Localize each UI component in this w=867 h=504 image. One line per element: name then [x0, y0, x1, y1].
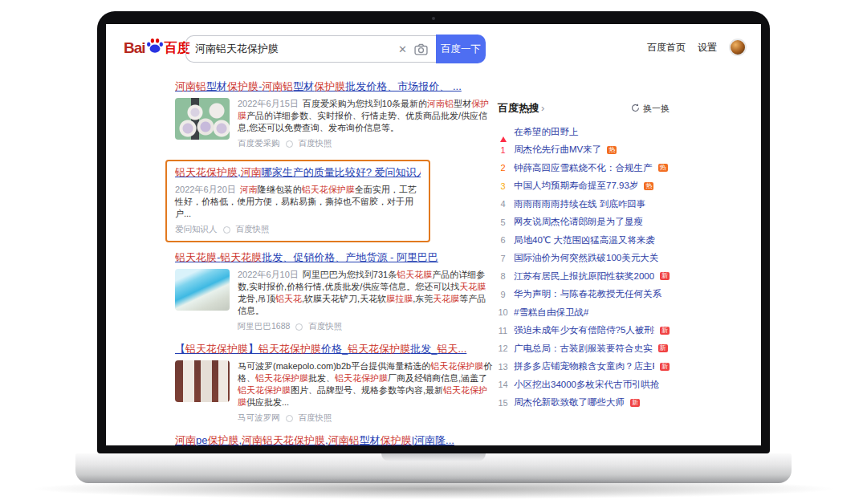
- snapshot-icon: [295, 323, 303, 331]
- hot-title-text: 强迫未成年少女有偿陪侍?5人被刑拘: [514, 324, 654, 336]
- baidu-paw-icon: [146, 37, 164, 57]
- hot-search-title[interactable]: 百度热搜›: [498, 101, 544, 116]
- result-title-link[interactable]: 铝天花膜-铝天花膜批发、促销价格、产地货源 - 阿里巴巴: [175, 251, 493, 264]
- search-result: 河南铝型材保护膜-河南铝型材保护膜批发价格、市场报价、 ...2022年6月15…: [175, 80, 493, 149]
- result-title-link[interactable]: 铝天花保护膜,河南哪家生产的质量比较好? 爱问知识人: [175, 166, 421, 179]
- hot-search-item[interactable]: 8江苏有居民上报抗原阳性获奖2000元新: [498, 267, 670, 286]
- hot-badge-icon: 热: [658, 164, 668, 172]
- result-text: 2022年6月10日阿里巴巴为您找到731条铝天花膜产品的详细参数,实时报价,价…: [238, 269, 493, 332]
- hot-rank: 11: [498, 326, 508, 335]
- webcam-dot: [432, 17, 435, 20]
- hot-search-item[interactable]: 3中国人均预期寿命提至77.93岁热: [498, 177, 670, 196]
- hot-search-item[interactable]: 12广电总局：古装剧服装要符合史实新: [498, 339, 670, 358]
- hot-search-item[interactable]: 11强迫未成年少女有偿陪侍?5人被刑拘新: [498, 322, 670, 340]
- nav-baidu-home[interactable]: 百度首页: [647, 41, 686, 55]
- hot-title-text: 国际油价为何突然跌破100美元大关: [514, 252, 658, 264]
- browser-screen: Bai 百度 ✕ 百度一下 百度首页 设置 河南铝型材保护膜: [106, 24, 761, 445]
- hot-title-text: 在希望的田野上: [514, 126, 579, 138]
- hot-search-item[interactable]: 7国际油价为何突然跌破100美元大关: [498, 250, 670, 268]
- result-body: 马可波罗(makepolo.com)b2b平台提供海量精选的铝天花保护膜价格、铝…: [175, 360, 493, 424]
- hot-title-text: 钟薛高回应雪糕烧不化：合规生产: [514, 162, 653, 174]
- laptop-shadow: [32, 478, 835, 499]
- hot-rank: 10: [498, 307, 508, 317]
- hot-search-item[interactable]: 5网友说周杰伦请郎朗是为了显瘦: [498, 213, 670, 232]
- cached-snapshot-link[interactable]: 百度快照: [308, 321, 342, 332]
- result-title-link[interactable]: 河南铝型材保护膜-河南铝型材保护膜批发价格、市场报价、 ...: [175, 80, 493, 93]
- result-snippet: 马可波罗(makepolo.com)b2b平台提供海量精选的铝天花保护膜价格、铝…: [238, 360, 493, 408]
- result-title-link[interactable]: 【铝天花保护膜】铝天花保护膜价格_铝天花保护膜批发_铝天...: [175, 343, 493, 356]
- cached-snapshot-link[interactable]: 百度快照: [236, 224, 270, 235]
- hot-title-text: 雨雨雨雨雨持续在线 到底咋回事: [514, 198, 645, 210]
- hot-search-item[interactable]: 9华为声明：与陈春花教授无任何关系: [498, 286, 670, 304]
- baidu-header: Bai 百度 ✕ 百度一下 百度首页 设置: [106, 24, 761, 71]
- user-avatar[interactable]: [729, 39, 747, 56]
- search-input-wrap: ✕: [185, 35, 436, 63]
- baidu-logo-text: Bai: [124, 39, 145, 57]
- refresh-hotlist-button[interactable]: 换一换: [631, 103, 670, 115]
- hot-rank: 15: [498, 398, 508, 408]
- hot-title-text: 局地40℃ 大范围凶猛高温又将来袭: [514, 234, 655, 246]
- hot-rank: 13: [498, 362, 508, 372]
- search-button[interactable]: 百度一下: [436, 35, 486, 63]
- hot-rank: 3: [498, 181, 508, 191]
- result-thumbnail[interactable]: [175, 360, 230, 402]
- hot-badge-icon: 热: [607, 146, 617, 154]
- hot-title-text: 中国人均预期寿命提至77.93岁: [514, 180, 638, 192]
- baidu-logo[interactable]: Bai 百度: [124, 37, 190, 57]
- hot-rank: 4: [498, 199, 508, 209]
- search-result-highlighted: 铝天花保护膜,河南哪家生产的质量比较好? 爱问知识人2022年6月20日河南隆继…: [165, 160, 430, 242]
- nav-settings[interactable]: 设置: [698, 41, 717, 55]
- result-source-line: 马可波罗网百度快照: [238, 413, 493, 424]
- hot-search-item[interactable]: 6局地40℃ 大范围凶猛高温又将来袭: [498, 231, 670, 250]
- laptop-base-notch: [381, 453, 486, 461]
- result-snippet: 2022年6月15日百度爱采购为您找到10条最新的河南铝型材保护膜产品的详细参数…: [238, 98, 493, 134]
- snapshot-icon: [286, 415, 293, 422]
- hot-search-item[interactable]: 4雨雨雨雨雨持续在线 到底咋回事: [498, 195, 670, 213]
- result-source-line: 百度爱采购百度快照: [238, 138, 493, 149]
- hot-rank: 1: [498, 145, 508, 155]
- hot-search-header: 百度热搜› 换一换: [498, 101, 670, 116]
- result-text: 2022年6月15日百度爱采购为您找到10条最新的河南铝型材保护膜产品的详细参数…: [238, 98, 493, 149]
- search-bar: ✕ 百度一下: [185, 35, 486, 63]
- snapshot-icon: [286, 140, 293, 148]
- hot-search-item[interactable]: 10#雪糕自由保卫战#: [498, 303, 670, 322]
- result-date: 2022年6月15日: [238, 99, 299, 108]
- hot-search-item[interactable]: 13拼多多店铺宠物粮含女童肉？店主P图新: [498, 358, 670, 376]
- result-date: 2022年6月20日: [175, 185, 236, 194]
- result-source: 百度爱采购: [238, 138, 280, 149]
- cached-snapshot-link[interactable]: 百度快照: [299, 413, 332, 424]
- result-text: 2022年6月20日河南隆继包装的铝天花保护膜全面实用，工艺性好，价格低，使用方…: [175, 184, 421, 235]
- hot-title-text: 拼多多店铺宠物粮含女童肉？店主P图: [514, 360, 654, 372]
- hot-rank: 2: [498, 163, 508, 173]
- hot-search-item[interactable]: 14小区挖出34000多枚宋代古币引哄抢: [498, 376, 670, 394]
- result-source: 爱问知识人: [175, 224, 218, 235]
- result-thumbnail[interactable]: [175, 269, 230, 311]
- hot-search-list: 在希望的田野上1周杰伦先行曲MV来了热2钟薛高回应雪糕烧不化：合规生产热3中国人…: [498, 123, 670, 412]
- result-body: 2022年6月10日阿里巴巴为您找到731条铝天花膜产品的详细参数,实时报价,价…: [175, 269, 493, 332]
- result-source: 马可波罗网: [238, 413, 280, 424]
- hot-search-item[interactable]: 2钟薛高回应雪糕烧不化：合规生产热: [498, 159, 670, 177]
- hot-search-item[interactable]: 在希望的田野上: [498, 123, 670, 141]
- result-source-line: 爱问知识人百度快照: [175, 224, 421, 235]
- result-title-link[interactable]: 河南pe保护膜,河南铝天花保护膜,河南铝型材保护膜|河南隆...: [175, 434, 493, 445]
- top-pin-icon: [498, 127, 508, 136]
- hot-title-text: 广电总局：古装剧服装要符合史实: [514, 343, 653, 355]
- result-body: 2022年6月20日河南隆继包装的铝天花保护膜全面实用，工艺性好，价格低，使用方…: [175, 184, 421, 235]
- hot-search-panel: 百度热搜› 换一换 在希望的田野上1周杰伦先行曲MV来了热2钟薛高回应雪糕烧不化…: [498, 101, 670, 412]
- hot-badge-icon: 热: [644, 182, 653, 190]
- result-date: 2022年6月10日: [238, 270, 299, 279]
- search-input[interactable]: [195, 43, 393, 55]
- hot-title-text: 小区挖出34000多枚宋代古币引哄抢: [514, 379, 659, 391]
- result-thumbnail[interactable]: [175, 98, 230, 140]
- camera-search-icon[interactable]: [413, 43, 429, 55]
- cached-snapshot-link[interactable]: 百度快照: [299, 138, 332, 149]
- hot-search-item[interactable]: 15周杰伦新歌致敬了哪些大师新: [498, 394, 670, 413]
- top-arrow-icon: [500, 127, 507, 142]
- hot-rank: 14: [498, 380, 508, 389]
- hot-search-item[interactable]: 1周杰伦先行曲MV来了热: [498, 141, 670, 160]
- clear-icon[interactable]: ✕: [393, 43, 413, 55]
- refresh-icon: [631, 104, 640, 114]
- new-badge-icon: 新: [660, 327, 670, 335]
- hot-title-text: 周杰伦先行曲MV来了: [514, 144, 601, 156]
- serp-main: 河南铝型材保护膜-河南铝型材保护膜批发价格、市场报价、 ...2022年6月15…: [106, 72, 761, 445]
